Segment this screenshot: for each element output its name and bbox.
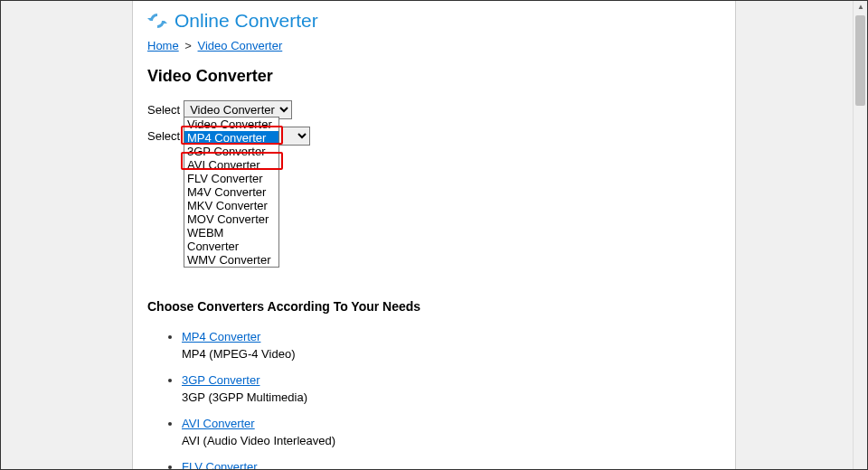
dropdown-option-m4v[interactable]: M4V Converter bbox=[184, 185, 278, 199]
converter-list: MP4 Converter MP4 (MPEG-4 Video) 3GP Con… bbox=[147, 330, 721, 470]
dropdown-option-avi[interactable]: AVI Converter bbox=[184, 158, 278, 172]
breadcrumb-current-link[interactable]: Video Converter bbox=[198, 39, 283, 52]
list-item: 3GP Converter 3GP (3GPP Multimedia) bbox=[182, 373, 721, 404]
breadcrumb-separator: > bbox=[182, 39, 194, 52]
scrollbar-thumb[interactable] bbox=[855, 15, 865, 106]
list-item: FLV Converter FLV (Flash Video) bbox=[182, 460, 721, 470]
scrollbar-arrow-up-icon[interactable]: ▲ bbox=[857, 3, 864, 10]
site-title: Online Converter bbox=[175, 10, 318, 32]
list-item: MP4 Converter MP4 (MPEG-4 Video) bbox=[182, 330, 721, 361]
dropdown-option-webm[interactable]: WEBM Converter bbox=[184, 226, 278, 253]
dropdown-option-flv[interactable]: FLV Converter bbox=[184, 172, 278, 185]
dropdown-option-wmv[interactable]: WMV Converter bbox=[184, 253, 278, 267]
refresh-icon bbox=[147, 11, 167, 31]
dropdown-option-video[interactable]: Video Converter bbox=[184, 118, 278, 131]
dropdown-listbox[interactable]: Video Converter MP4 Converter 3GP Conver… bbox=[184, 117, 279, 268]
dropdown-option-3gp[interactable]: 3GP Converter bbox=[184, 145, 278, 158]
site-header: Online Converter bbox=[147, 10, 721, 32]
converter-link-mp4[interactable]: MP4 Converter bbox=[182, 330, 260, 343]
breadcrumb: Home > Video Converter bbox=[147, 39, 721, 52]
converter-link-avi[interactable]: AVI Converter bbox=[182, 417, 255, 430]
vertical-scrollbar[interactable]: ▲ bbox=[853, 1, 867, 469]
converter-desc: AVI (Audio Video Interleaved) bbox=[182, 434, 721, 447]
converter-desc: 3GP (3GPP Multimedia) bbox=[182, 390, 721, 404]
converter-desc: MP4 (MPEG-4 Video) bbox=[182, 347, 721, 361]
select-label-2: Select bbox=[147, 129, 180, 143]
section-title: Choose Converters According To Your Need… bbox=[147, 299, 721, 314]
main-content: Online Converter Home > Video Converter … bbox=[132, 1, 736, 470]
dropdown-option-mov[interactable]: MOV Converter bbox=[184, 212, 278, 226]
converter-link-3gp[interactable]: 3GP Converter bbox=[182, 373, 259, 387]
select-label-1: Select bbox=[147, 103, 180, 117]
dropdown-option-mp4[interactable]: MP4 Converter bbox=[184, 131, 278, 145]
page-title: Video Converter bbox=[147, 67, 721, 86]
converter-link-flv[interactable]: FLV Converter bbox=[182, 460, 258, 470]
list-item: AVI Converter AVI (Audio Video Interleav… bbox=[182, 417, 721, 447]
dropdown-option-mkv[interactable]: MKV Converter bbox=[184, 199, 278, 212]
breadcrumb-home-link[interactable]: Home bbox=[147, 39, 179, 52]
